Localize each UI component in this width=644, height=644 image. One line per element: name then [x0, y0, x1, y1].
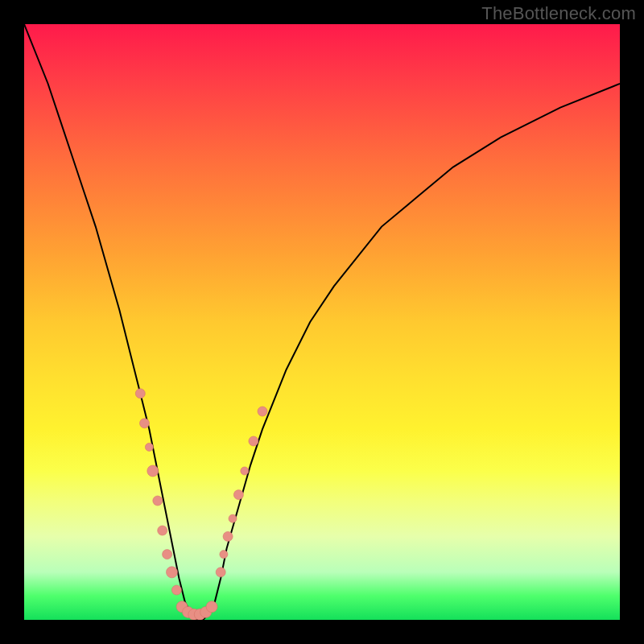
watermark-text: TheBottleneck.com [481, 3, 636, 24]
data-dot [147, 465, 159, 477]
data-dot [206, 601, 217, 613]
data-dot [229, 514, 237, 522]
data-dot [163, 550, 172, 559]
chart-frame: TheBottleneck.com [0, 0, 644, 644]
bottleneck-curve [24, 24, 620, 620]
plot-area [24, 24, 620, 620]
data-dot [135, 389, 145, 398]
data-dot [158, 526, 167, 535]
data-dot [258, 407, 267, 416]
data-dot [223, 531, 233, 541]
data-dot [167, 567, 178, 578]
data-dot [145, 443, 153, 451]
data-dots [135, 389, 267, 620]
chart-svg [24, 24, 620, 620]
data-dot [171, 585, 181, 595]
data-dot [153, 496, 163, 506]
data-dot [220, 551, 228, 559]
data-dot [249, 436, 258, 446]
data-dot [140, 419, 150, 428]
data-dot [241, 467, 249, 475]
data-dot [216, 568, 225, 577]
data-dot [233, 490, 243, 500]
